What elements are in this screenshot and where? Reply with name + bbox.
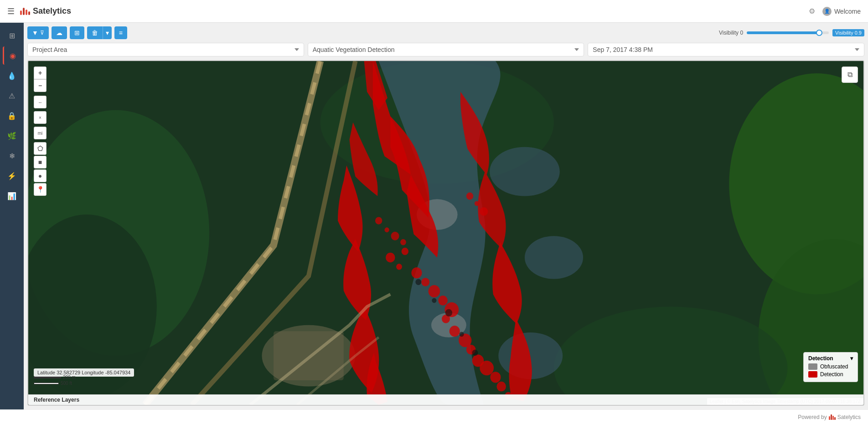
scale-line-200m <box>34 377 61 378</box>
scale-500ft: 500 ft <box>34 381 76 386</box>
map-container[interactable]: + − ↔ × mi ⬠ ■ <box>27 60 864 406</box>
delete-dropdown-button[interactable]: ▾ <box>103 26 112 39</box>
draw-polygon-button[interactable]: ⬠ <box>34 142 46 155</box>
svg-point-16 <box>402 248 408 255</box>
settings-icon[interactable]: ⚙ <box>809 7 815 15</box>
layer-control-button[interactable]: ⧉ <box>842 66 858 83</box>
sidebar-item-security[interactable]: 🔒 <box>3 107 21 125</box>
map-controls: + − ↔ × mi ⬠ ■ <box>34 66 46 196</box>
sidebar-item-alerts[interactable]: ⚠ <box>3 87 21 105</box>
logo-wave-3 <box>26 10 27 15</box>
svg-point-34 <box>400 239 406 245</box>
visibility-control: Visibility 0 Visibility 0.9 <box>719 29 864 36</box>
sidebar-item-reports[interactable]: 📊 <box>3 187 21 205</box>
zoom-out-button[interactable]: − <box>34 79 46 92</box>
rect-icon: ■ <box>38 158 42 166</box>
alerts-icon: ⚠ <box>9 92 15 100</box>
dropdowns-row: Project Area Aquatic Vegetation Detectio… <box>27 43 864 56</box>
user-avatar: 👤 <box>822 7 832 16</box>
legend-chevron-icon[interactable]: ▾ <box>850 355 853 362</box>
nav-right: ⚙ 👤 Welcome <box>809 7 861 16</box>
toolbar: ▼ ⊽ ☁ ⊞ 🗑 ▾ ≡ Visibility <box>27 26 864 39</box>
footer-text: Powered by Satelytics <box>798 414 861 420</box>
display-button[interactable]: ⊞ <box>70 26 84 39</box>
pan-button[interactable]: ↔ <box>34 96 46 108</box>
svg-point-35 <box>466 193 473 200</box>
svg-point-14 <box>386 253 395 263</box>
visibility-label-0: Visibility 0 <box>719 30 743 36</box>
visibility-slider[interactable] <box>747 31 829 34</box>
legend-item-detection: Detection <box>808 371 853 378</box>
svg-point-37 <box>480 207 488 216</box>
legend-item-obfuscated: Obfuscated <box>808 363 853 370</box>
cancel-button[interactable]: × <box>34 111 46 124</box>
detection-label: Detection <box>820 371 843 378</box>
scale-line-500ft <box>34 383 59 384</box>
sidebar-item-analysis[interactable]: ◉ <box>3 46 21 65</box>
draw-point-button[interactable]: 📍 <box>34 183 46 196</box>
obfuscated-label: Obfuscated <box>820 363 848 370</box>
reference-layers-label: Reference Layers <box>34 397 79 403</box>
svg-point-17 <box>411 267 422 278</box>
vegetation-icon: 🌿 <box>7 132 16 140</box>
legend-title-text: Detection <box>808 355 833 362</box>
top-nav: ☰ Satelytics ⚙ 👤 Welcome <box>0 0 868 23</box>
reports-icon: 📊 <box>7 192 16 200</box>
layers-stack-icon: ⧉ <box>847 71 852 79</box>
logo-wave-4 <box>28 11 30 15</box>
menu-icon: ≡ <box>119 29 123 36</box>
draw-rect-button[interactable]: ■ <box>34 156 46 169</box>
svg-point-9 <box>490 147 560 196</box>
sidebar-item-energy[interactable]: ⚡ <box>3 167 21 185</box>
pan-icon: ↔ <box>38 100 42 105</box>
detection-type-dropdown[interactable]: Aquatic Vegetation Detection <box>308 43 584 56</box>
user-area[interactable]: 👤 Welcome <box>822 7 861 16</box>
svg-point-19 <box>429 285 440 297</box>
reference-layers-bar: Reference Layers <box>28 394 863 405</box>
main-layout: ⊞ ◉ 💧 ⚠ 🔒 🌿 ❄ ⚡ 📊 ▼ <box>0 23 868 409</box>
hamburger-button[interactable]: ☰ <box>7 6 15 16</box>
circle-icon: ● <box>38 172 42 179</box>
sidebar-item-vegetation[interactable]: 🌿 <box>3 127 21 145</box>
sidebar-item-temperature[interactable]: ❄ <box>3 147 21 165</box>
zoom-in-button[interactable]: + <box>34 66 46 79</box>
obfuscated-swatch <box>808 363 817 370</box>
logo-wave-2 <box>23 8 25 15</box>
unit-button[interactable]: mi <box>34 127 46 139</box>
project-area-dropdown[interactable]: Project Area <box>27 43 304 56</box>
logo: Satelytics <box>20 6 71 16</box>
sidebar-item-water[interactable]: 💧 <box>3 66 21 85</box>
polygon-icon: ⬠ <box>37 145 43 152</box>
footer-wave-1 <box>829 416 830 420</box>
visibility-value: Visibility 0.9 <box>832 29 864 36</box>
delete-button[interactable]: 🗑 <box>87 26 103 39</box>
svg-point-23 <box>450 326 460 337</box>
energy-icon: ⚡ <box>7 172 16 180</box>
display-icon: ⊞ <box>74 29 80 36</box>
sidebar: ⊞ ◉ 💧 ⚠ 🔒 🌿 ❄ ⚡ 📊 <box>0 23 24 409</box>
layers-icon: ⊞ <box>9 31 15 40</box>
chevron-down-icon: ▾ <box>106 29 109 36</box>
logo-icon <box>20 8 30 15</box>
svg-point-41 <box>459 332 464 337</box>
content-area: ▼ ⊽ ☁ ⊞ 🗑 ▾ ≡ Visibility <box>24 23 868 409</box>
filter-label: ⊽ <box>40 30 44 36</box>
svg-point-28 <box>490 372 501 383</box>
svg-point-10 <box>525 236 583 279</box>
datetime-dropdown[interactable]: Sep 7, 2017 4:38 PM <box>588 43 864 56</box>
filter-button[interactable]: ▼ ⊽ <box>27 26 49 39</box>
powered-by-text: Powered by <box>798 414 827 420</box>
footer-wave-2 <box>831 414 832 420</box>
svg-point-29 <box>496 382 506 392</box>
svg-point-31 <box>375 217 382 224</box>
footer-brand: Satelytics <box>837 414 861 420</box>
sidebar-item-layers[interactable]: ⊞ <box>3 26 21 45</box>
unit-label: mi <box>38 131 43 136</box>
draw-circle-button[interactable]: ● <box>34 169 46 182</box>
svg-point-33 <box>391 232 399 240</box>
cloud-button[interactable]: ☁ <box>52 26 67 39</box>
footer-wave-4 <box>834 417 836 420</box>
legend-title: Detection ▾ <box>808 355 853 362</box>
footer-logo <box>829 414 836 420</box>
menu-button[interactable]: ≡ <box>114 26 127 39</box>
